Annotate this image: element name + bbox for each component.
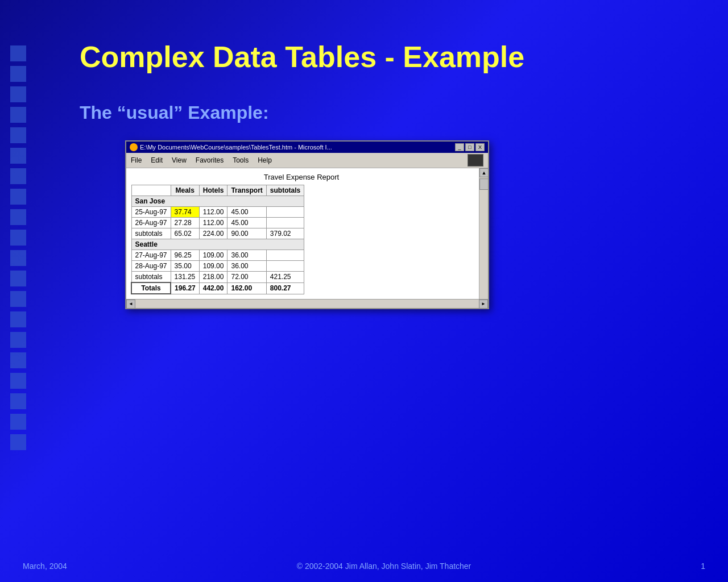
hotels-cell: 112.00 bbox=[199, 218, 228, 228]
menu-help[interactable]: Help bbox=[258, 156, 272, 164]
menu-tools[interactable]: Tools bbox=[233, 156, 249, 164]
date-cell: 28-Aug-97 bbox=[131, 261, 171, 272]
subtotal-transport: 90.00 bbox=[228, 228, 266, 239]
menu-favorites[interactable]: Favorites bbox=[196, 156, 224, 164]
footer: March, 2004 © 2002-2004 Jim Allan, John … bbox=[0, 562, 728, 571]
left-decoration bbox=[10, 45, 26, 450]
table-row: 26-Aug-97 27.28 112.00 45.00 bbox=[131, 218, 304, 228]
browser-menubar: File Edit View Favorites Tools Help bbox=[126, 153, 488, 168]
header-empty bbox=[131, 185, 171, 196]
footer-date: March, 2004 bbox=[23, 562, 67, 571]
subtotal-label: subtotals bbox=[131, 228, 171, 239]
maximize-button[interactable]: □ bbox=[465, 143, 474, 151]
subtotal-row-sanjose: subtotals 65.02 224.00 90.00 379.02 bbox=[131, 228, 304, 239]
totals-subtotal: 800.27 bbox=[266, 282, 304, 294]
subtotal-meals: 131.25 bbox=[171, 272, 199, 283]
titlebar-text: E:\My Documents\WebCourse\samples\Tables… bbox=[140, 144, 332, 151]
header-meals: Meals bbox=[171, 185, 199, 196]
subtotal-cell bbox=[266, 207, 304, 218]
browser-icon bbox=[130, 143, 138, 151]
header-subtotals: subtotals bbox=[266, 185, 304, 196]
table-row: 27-Aug-97 96.25 109.00 36.00 bbox=[131, 250, 304, 261]
subtotal-transport: 72.00 bbox=[228, 272, 266, 283]
meals-cell-highlighted: 37.74 bbox=[171, 207, 199, 218]
totals-label: Totals bbox=[131, 282, 171, 294]
city-row-seattle: Seattle bbox=[131, 239, 304, 250]
subtotal-cell bbox=[266, 218, 304, 228]
hotels-cell: 109.00 bbox=[199, 250, 228, 261]
scroll-right-arrow[interactable]: ► bbox=[479, 300, 488, 309]
subtotal-hotels: 218.00 bbox=[199, 272, 228, 283]
titlebar-buttons[interactable]: _ □ X bbox=[455, 143, 485, 151]
footer-page-number: 1 bbox=[701, 562, 705, 571]
menu-file[interactable]: File bbox=[131, 156, 142, 164]
subtotal-total: 379.02 bbox=[266, 228, 304, 239]
city-header-sanjose: San Jose bbox=[131, 196, 304, 207]
expense-table: Meals Hotels Transport subtotals San Jos… bbox=[131, 185, 304, 294]
date-cell: 26-Aug-97 bbox=[131, 218, 171, 228]
slide-subtitle: The “usual” Example: bbox=[80, 102, 694, 123]
subtotal-cell bbox=[266, 250, 304, 261]
transport-cell: 36.00 bbox=[228, 250, 266, 261]
totals-meals: 196.27 bbox=[171, 282, 199, 294]
horizontal-scrollbar[interactable]: ◄ ► bbox=[126, 299, 488, 308]
transport-cell: 36.00 bbox=[228, 261, 266, 272]
subtotal-hotels: 224.00 bbox=[199, 228, 228, 239]
menu-edit[interactable]: Edit bbox=[151, 156, 163, 164]
browser-titlebar: E:\My Documents\WebCourse\samples\Tables… bbox=[126, 142, 488, 153]
browser-logo bbox=[468, 154, 483, 167]
hotels-cell: 112.00 bbox=[199, 207, 228, 218]
subtotal-label: subtotals bbox=[131, 272, 171, 283]
scroll-thumb[interactable] bbox=[479, 178, 489, 190]
meals-cell: 35.00 bbox=[171, 261, 199, 272]
header-hotels: Hotels bbox=[199, 185, 228, 196]
transport-cell: 45.00 bbox=[228, 207, 266, 218]
titlebar-left: E:\My Documents\WebCourse\samples\Tables… bbox=[130, 143, 332, 151]
scrollbar-vertical[interactable]: ▲ bbox=[479, 168, 488, 299]
browser-body: ▲ Travel Expense Report Meals Hotels Tra… bbox=[126, 168, 488, 299]
date-cell: 25-Aug-97 bbox=[131, 207, 171, 218]
totals-hotels: 442.00 bbox=[199, 282, 228, 294]
subtotal-meals: 65.02 bbox=[171, 228, 199, 239]
close-button[interactable]: X bbox=[475, 143, 485, 151]
hotels-cell: 109.00 bbox=[199, 261, 228, 272]
menu-view[interactable]: View bbox=[172, 156, 187, 164]
city-header-seattle: Seattle bbox=[131, 239, 304, 250]
table-container: Travel Expense Report Meals Hotels Trans… bbox=[131, 173, 483, 294]
minimize-button[interactable]: _ bbox=[455, 143, 464, 151]
table-row: 25-Aug-97 37.74 112.00 45.00 bbox=[131, 207, 304, 218]
header-transport: Transport bbox=[228, 185, 266, 196]
table-caption: Travel Expense Report bbox=[131, 173, 472, 181]
date-cell: 27-Aug-97 bbox=[131, 250, 171, 261]
subtotal-cell bbox=[266, 261, 304, 272]
totals-transport: 162.00 bbox=[228, 282, 266, 294]
meals-cell: 96.25 bbox=[171, 250, 199, 261]
slide-title: Complex Data Tables - Example bbox=[80, 40, 694, 74]
meals-cell: 27.28 bbox=[171, 218, 199, 228]
scroll-left-arrow[interactable]: ◄ bbox=[126, 300, 135, 309]
table-header-row: Meals Hotels Transport subtotals bbox=[131, 185, 304, 196]
transport-cell: 45.00 bbox=[228, 218, 266, 228]
subtotal-total: 421.25 bbox=[266, 272, 304, 283]
scroll-up-arrow[interactable]: ▲ bbox=[479, 168, 489, 177]
scroll-track-horizontal[interactable] bbox=[138, 301, 477, 307]
footer-copyright: © 2002-2004 Jim Allan, John Slatin, Jim … bbox=[297, 562, 471, 571]
city-row-sanjose: San Jose bbox=[131, 196, 304, 207]
subtotal-row-seattle: subtotals 131.25 218.00 72.00 421.25 bbox=[131, 272, 304, 283]
main-content: Complex Data Tables - Example The “usual… bbox=[46, 0, 728, 582]
totals-row: Totals 196.27 442.00 162.00 800.27 bbox=[131, 282, 304, 294]
table-row: 28-Aug-97 35.00 109.00 36.00 bbox=[131, 261, 304, 272]
browser-window: E:\My Documents\WebCourse\samples\Tables… bbox=[125, 140, 489, 309]
